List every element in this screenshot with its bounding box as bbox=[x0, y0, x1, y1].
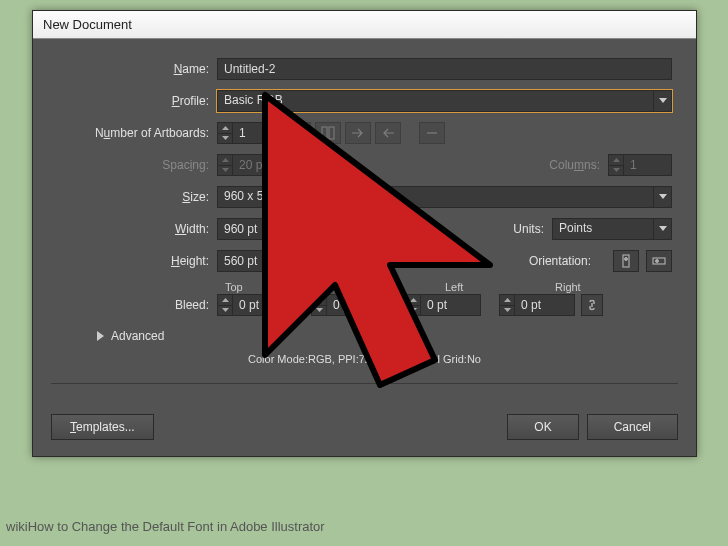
artboards-input[interactable] bbox=[233, 122, 281, 144]
chevron-up-icon bbox=[613, 158, 620, 162]
svg-rect-3 bbox=[299, 134, 304, 139]
units-value: Points bbox=[552, 218, 654, 240]
chevron-up-icon bbox=[316, 298, 323, 302]
profile-dropdown-btn[interactable] bbox=[654, 90, 672, 112]
arrange-custom-icon[interactable] bbox=[419, 122, 445, 144]
profile-value: Basic RGB bbox=[217, 90, 654, 112]
bleed-bottom-input[interactable] bbox=[327, 294, 387, 316]
cancel-button[interactable]: Cancel bbox=[587, 414, 678, 440]
advanced-label: Advanced bbox=[111, 329, 164, 343]
chevron-down-icon bbox=[659, 226, 667, 232]
chevron-down-icon bbox=[504, 308, 511, 312]
chevron-down-icon bbox=[222, 168, 229, 172]
chevron-up-icon bbox=[222, 126, 229, 130]
dialog-title: New Document bbox=[43, 17, 132, 32]
chevron-down-icon bbox=[659, 98, 667, 104]
grid-by-column-icon[interactable] bbox=[315, 122, 341, 144]
spacing-up bbox=[218, 155, 232, 165]
bleed-left-input[interactable] bbox=[421, 294, 481, 316]
form-area: Name: Profile: Basic RGB Number of Artbo… bbox=[33, 39, 696, 404]
spacing-down bbox=[218, 165, 232, 176]
new-document-dialog: New Document Name: Profile: Basic RGB Nu… bbox=[32, 10, 697, 457]
chevron-up-icon bbox=[222, 298, 229, 302]
columns-stepper bbox=[608, 154, 672, 176]
chevron-down-icon bbox=[222, 308, 229, 312]
chevron-up-icon bbox=[410, 298, 417, 302]
watermark: wikiHow to Change the Default Font in Ad… bbox=[0, 517, 331, 536]
bleed-left-label: Left bbox=[445, 281, 505, 293]
orientation-landscape-icon[interactable] bbox=[646, 250, 672, 272]
bleed-bottom-stepper[interactable] bbox=[311, 294, 387, 316]
ok-button[interactable]: OK bbox=[507, 414, 578, 440]
units-dropdown[interactable]: Points bbox=[552, 218, 672, 240]
bleed-right-stepper[interactable] bbox=[499, 294, 575, 316]
svg-rect-5 bbox=[329, 127, 334, 139]
size-value: 960 x 560 bbox=[217, 186, 654, 208]
size-label: Size: bbox=[57, 190, 217, 204]
svg-rect-0 bbox=[292, 127, 297, 132]
spacing-stepper bbox=[217, 154, 313, 176]
triangle-right-icon bbox=[97, 331, 105, 341]
bleed-link-icon[interactable] bbox=[581, 294, 603, 316]
height-input[interactable] bbox=[217, 250, 317, 272]
units-label: Units: bbox=[492, 222, 552, 236]
height-label: Height: bbox=[57, 254, 217, 268]
size-dropdown-btn[interactable] bbox=[654, 186, 672, 208]
bleed-right-label: Right bbox=[555, 281, 615, 293]
size-dropdown[interactable]: 960 x 560 bbox=[217, 186, 672, 208]
bleed-right-up[interactable] bbox=[500, 295, 514, 305]
artboards-down[interactable] bbox=[218, 133, 232, 144]
units-dropdown-btn[interactable] bbox=[654, 218, 672, 240]
spacing-input bbox=[233, 154, 313, 176]
svg-point-7 bbox=[625, 258, 628, 261]
bleed-top-up[interactable] bbox=[218, 295, 232, 305]
bleed-top-stepper[interactable] bbox=[217, 294, 293, 316]
profile-dropdown[interactable]: Basic RGB bbox=[217, 90, 672, 112]
arrange-right-icon[interactable] bbox=[345, 122, 371, 144]
chevron-down-icon bbox=[410, 308, 417, 312]
svg-point-9 bbox=[656, 260, 659, 263]
arrange-left-icon[interactable] bbox=[375, 122, 401, 144]
artboards-up[interactable] bbox=[218, 123, 232, 133]
width-label: Width: bbox=[57, 222, 217, 236]
name-label: Name: bbox=[57, 62, 217, 76]
artboards-stepper[interactable] bbox=[217, 122, 281, 144]
svg-rect-1 bbox=[299, 127, 304, 132]
svg-rect-2 bbox=[292, 134, 297, 139]
bleed-bottom-up[interactable] bbox=[312, 295, 326, 305]
bleed-bottom-label: Bottom bbox=[335, 281, 395, 293]
orientation-portrait-icon[interactable] bbox=[613, 250, 639, 272]
spacing-label: Spacing: bbox=[57, 158, 217, 172]
bleed-label: Bleed: bbox=[57, 298, 217, 312]
bleed-top-input[interactable] bbox=[233, 294, 293, 316]
chevron-down-icon bbox=[222, 136, 229, 140]
info-line: Color Mode:RGB, PPI:72, Align to Pixel G… bbox=[57, 353, 672, 365]
titlebar[interactable]: New Document bbox=[33, 11, 696, 39]
bleed-left-down[interactable] bbox=[406, 305, 420, 316]
bleed-left-stepper[interactable] bbox=[405, 294, 481, 316]
artboards-label: Number of Artboards: bbox=[57, 126, 217, 140]
templates-button[interactable]: Templates... bbox=[51, 414, 154, 440]
bleed-left-up[interactable] bbox=[406, 295, 420, 305]
name-input[interactable] bbox=[217, 58, 672, 80]
chevron-up-icon bbox=[504, 298, 511, 302]
separator bbox=[51, 383, 678, 384]
bleed-top-down[interactable] bbox=[218, 305, 232, 316]
chevron-up-icon bbox=[222, 158, 229, 162]
bleed-top-label: Top bbox=[225, 281, 285, 293]
columns-input bbox=[624, 154, 672, 176]
orientation-label: Orientation: bbox=[509, 254, 599, 268]
profile-label: Profile: bbox=[57, 94, 217, 108]
bleed-right-down[interactable] bbox=[500, 305, 514, 316]
bleed-right-input[interactable] bbox=[515, 294, 575, 316]
columns-label: Columns: bbox=[528, 158, 608, 172]
columns-down bbox=[609, 165, 623, 176]
chevron-down-icon bbox=[613, 168, 620, 172]
bleed-bottom-down[interactable] bbox=[312, 305, 326, 316]
width-input[interactable] bbox=[217, 218, 317, 240]
chevron-down-icon bbox=[659, 194, 667, 200]
grid-by-row-icon[interactable] bbox=[285, 122, 311, 144]
chevron-down-icon bbox=[316, 308, 323, 312]
svg-rect-4 bbox=[322, 127, 327, 139]
advanced-toggle[interactable]: Advanced bbox=[97, 329, 672, 343]
